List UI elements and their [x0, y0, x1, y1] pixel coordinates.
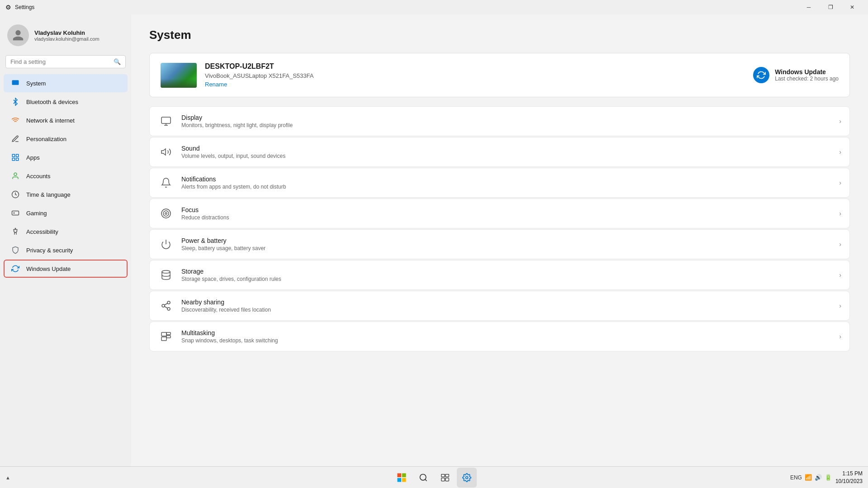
svg-rect-13 [161, 117, 171, 123]
taskbar-right: ENG 📶 🔊 🔋 1:15 PM 10/10/2023 [790, 470, 863, 485]
minimize-button[interactable]: ─ [798, 0, 819, 14]
accounts-icon [11, 171, 20, 180]
setting-row-focus[interactable]: Focus Reduce distractions › [149, 199, 850, 228]
taskbar-clock[interactable]: 1:15 PM 10/10/2023 [835, 470, 863, 485]
sidebar-item-label-personalization: Personalization [26, 136, 66, 142]
svg-rect-40 [445, 478, 449, 481]
svg-rect-32 [402, 473, 406, 477]
accessibility-icon [11, 227, 20, 236]
clock-date: 10/10/2023 [835, 478, 863, 485]
setting-row-left-display: Display Monitors, brightness, night ligh… [158, 113, 293, 129]
search-container: 🔍 [0, 55, 131, 74]
rename-button[interactable]: Rename [205, 81, 313, 88]
sidebar-item-time[interactable]: Time & language [4, 185, 128, 204]
setting-row-power[interactable]: Power & battery Sleep, battery usage, ba… [149, 229, 850, 259]
close-button[interactable]: ✕ [842, 0, 863, 14]
setting-row-left-sound: Sound Volume levels, output, input, soun… [158, 144, 285, 160]
setting-row-left-nearby: Nearby sharing Discoverability, received… [158, 298, 271, 314]
battery-icon[interactable]: 🔋 [825, 474, 832, 481]
maximize-button[interactable]: ❐ [820, 0, 841, 14]
setting-desc-focus: Reduce distractions [181, 214, 229, 221]
update-title: Windows Update [775, 68, 839, 76]
sidebar-item-label-time: Time & language [26, 191, 71, 198]
chevron-icon-storage: › [839, 271, 841, 279]
setting-desc-multitasking: Snap windows, desktops, task switching [181, 337, 278, 344]
titlebar-controls: ─ ❐ ✕ [798, 0, 863, 14]
sound-icon [158, 144, 174, 160]
setting-row-left-power: Power & battery Sleep, battery usage, ba… [158, 236, 266, 252]
svg-rect-29 [166, 336, 171, 338]
setting-row-storage[interactable]: Storage Storage space, drives, configura… [149, 260, 850, 290]
personalization-icon [11, 134, 20, 143]
setting-row-multitasking[interactable]: Multitasking Snap windows, desktops, tas… [149, 322, 850, 351]
sidebar-item-system[interactable]: System [4, 74, 128, 92]
sidebar-nav: System Bluetooth & devices Network & int… [0, 74, 131, 278]
volume-icon[interactable]: 🔊 [815, 474, 822, 481]
svg-rect-38 [445, 474, 449, 477]
taskbar-system-icons: ENG 📶 🔊 🔋 [790, 474, 832, 481]
setting-name-focus: Focus [181, 206, 229, 213]
setting-desc-nearby: Discoverability, received files location [181, 307, 271, 313]
setting-row-nearby[interactable]: Nearby sharing Discoverability, received… [149, 291, 850, 321]
device-details: DESKTOP-U2LBF2T VivoBook_ASUSLaptop X521… [205, 62, 313, 88]
sidebar-item-accessibility[interactable]: Accessibility [4, 223, 128, 241]
nearby-icon [158, 298, 174, 314]
svg-rect-30 [161, 337, 166, 341]
setting-text-storage: Storage Storage space, drives, configura… [181, 268, 281, 282]
avatar [7, 24, 29, 46]
setting-name-storage: Storage [181, 268, 281, 275]
bluetooth-icon [11, 97, 20, 106]
sidebar-item-personalization[interactable]: Personalization [4, 130, 128, 148]
sidebar-item-gaming[interactable]: Gaming [4, 204, 128, 222]
sidebar-item-windows-update[interactable]: Windows Update [4, 260, 128, 278]
sidebar-item-network[interactable]: Network & internet [4, 111, 128, 129]
setting-text-nearby: Nearby sharing Discoverability, received… [181, 298, 271, 313]
svg-point-17 [161, 209, 171, 218]
setting-row-notifications[interactable]: Notifications Alerts from apps and syste… [149, 168, 850, 198]
taskbar-left: ▲ [5, 475, 10, 480]
focus-icon [158, 205, 174, 222]
sidebar-item-bluetooth[interactable]: Bluetooth & devices [4, 93, 128, 111]
taskbar-search-button[interactable] [413, 468, 433, 488]
windows-update-status[interactable]: Windows Update Last checked: 2 hours ago [753, 67, 839, 83]
setting-row-sound[interactable]: Sound Volume levels, output, input, soun… [149, 137, 850, 167]
taskbar-taskview-button[interactable] [435, 468, 455, 488]
multitasking-icon [158, 328, 174, 345]
device-image [161, 63, 197, 88]
wifi-icon[interactable]: 📶 [805, 474, 812, 481]
setting-row-left-storage: Storage Storage space, drives, configura… [158, 267, 281, 283]
setting-name-notifications: Notifications [181, 175, 286, 183]
svg-point-21 [162, 270, 170, 273]
svg-point-23 [162, 304, 165, 307]
user-email: vladyslav.koluhin@gmail.com [34, 36, 100, 42]
taskbar-settings-button[interactable] [457, 468, 477, 488]
sidebar-item-apps[interactable]: Apps [4, 148, 128, 166]
taskbar-overflow-icon[interactable]: ▲ [5, 475, 10, 480]
device-card: DESKTOP-U2LBF2T VivoBook_ASUSLaptop X521… [149, 53, 850, 97]
sidebar-item-privacy[interactable]: Privacy & security [4, 241, 128, 259]
svg-rect-3 [16, 158, 19, 161]
search-input[interactable] [10, 58, 110, 65]
search-box[interactable]: 🔍 [5, 55, 126, 68]
setting-desc-sound: Volume levels, output, input, sound devi… [181, 153, 285, 159]
privacy-icon [11, 246, 20, 255]
update-subtitle: Last checked: 2 hours ago [775, 76, 839, 82]
sidebar-user[interactable]: Vladyslav Koluhin vladyslav.koluhin@gmai… [0, 20, 131, 55]
setting-row-left-notifications: Notifications Alerts from apps and syste… [158, 175, 286, 191]
setting-text-multitasking: Multitasking Snap windows, desktops, tas… [181, 329, 278, 344]
sidebar-item-label-apps: Apps [26, 154, 40, 161]
svg-point-41 [465, 476, 468, 479]
svg-point-19 [165, 213, 167, 214]
setting-text-focus: Focus Reduce distractions [181, 206, 229, 221]
setting-text-sound: Sound Volume levels, output, input, soun… [181, 145, 285, 159]
device-info: DESKTOP-U2LBF2T VivoBook_ASUSLaptop X521… [161, 62, 313, 88]
storage-icon [158, 267, 174, 283]
start-button[interactable] [392, 468, 412, 488]
sidebar-item-accounts[interactable]: Accounts [4, 167, 128, 185]
svg-rect-11 [12, 211, 19, 215]
chevron-icon-focus: › [839, 210, 841, 217]
setting-row-left-multitasking: Multitasking Snap windows, desktops, tas… [158, 328, 278, 345]
language-indicator[interactable]: ENG [790, 474, 802, 481]
main-content: System DESKTOP-U2LBF2T VivoBook_ASUSLapt… [131, 14, 868, 466]
setting-row-display[interactable]: Display Monitors, brightness, night ligh… [149, 106, 850, 136]
